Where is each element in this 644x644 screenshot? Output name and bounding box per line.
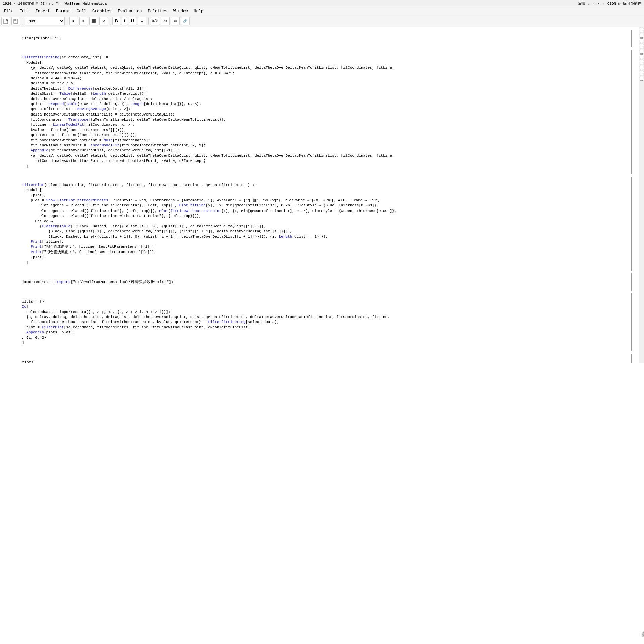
sidebar-bracket-9[interactable]	[640, 71, 643, 75]
new-notebook-button[interactable]	[1, 17, 10, 25]
title-controls[interactable]: 编辑 ↓ ✓ × ↗ CSDN @ 练习员的你	[578, 1, 641, 6]
menu-cell[interactable]: Cell	[74, 8, 89, 14]
cell-label-clear	[7, 30, 22, 47]
menu-edit[interactable]: Edit	[17, 8, 32, 14]
cell-bracket-1[interactable]	[629, 50, 632, 174]
sidebar-bracket-2[interactable]	[640, 33, 643, 38]
special-char-button[interactable]	[171, 17, 180, 25]
sidebar-bracket-8[interactable]	[640, 65, 643, 70]
italic-button[interactable]: I	[122, 17, 127, 25]
sidebar-bracket-5[interactable]	[640, 49, 643, 54]
menu-format[interactable]: Format	[53, 8, 73, 14]
bold-button[interactable]: B	[112, 17, 120, 25]
menu-bar: File Edit Insert Format Cell Graphics Ev…	[0, 7, 644, 15]
print-select[interactable]: Print Display Input	[25, 17, 65, 25]
cell-filterfitlineting-def: FilterfitLineting[selectedData_List] := …	[7, 50, 632, 174]
sidebar-bracket-4[interactable]	[640, 44, 643, 48]
menu-graphics[interactable]: Graphics	[90, 8, 114, 14]
menu-evaluation[interactable]: Evaluation	[115, 8, 144, 14]
kernel-button[interactable]: ⚙	[99, 17, 108, 25]
cell-content-import[interactable]: importedData = Import["D:\\WolframMathem…	[22, 273, 628, 291]
check-icon[interactable]: ✓	[593, 1, 595, 6]
cell-plots: plots	[7, 354, 632, 363]
main-area: Clear["Global`*"] FilterfitLineting[sele…	[0, 27, 644, 363]
cell-content-doloop[interactable]: plots = {}; Do[ selectedData = importedD…	[22, 293, 628, 351]
cell-doloop: plots = {}; Do[ selectedData = importedD…	[7, 293, 632, 351]
underline-button[interactable]: U	[129, 17, 136, 25]
cell-clear: Clear["Global`*"]	[7, 30, 632, 47]
title-bar: 1920 × 1080文处理 (3).nb * - Wolfram Mathem…	[0, 0, 644, 7]
cell-content-plots[interactable]: plots	[22, 354, 628, 363]
run-button[interactable]: ▶	[69, 17, 78, 25]
toolbar-sep-1	[22, 18, 22, 25]
svg-rect-3	[14, 19, 16, 21]
abort-button[interactable]: ⬛	[89, 17, 98, 25]
cell-content-2[interactable]: FilterPlot[selectedData_List, fitCoordin…	[22, 177, 628, 271]
toolbar: Print Display Input ▶ ▷ ⬛ ⚙ B I U ≡ a/b …	[0, 15, 644, 27]
link-button[interactable]: 🔗	[181, 17, 190, 25]
toolbar-sep-4	[148, 18, 149, 25]
close-icon[interactable]: ×	[598, 2, 600, 6]
cell-content-1[interactable]: FilterfitLineting[selectedData_List] := …	[22, 50, 628, 174]
cell-label-2	[7, 177, 22, 271]
sidebar-bracket-3[interactable]	[640, 38, 643, 43]
cell-bracket-5[interactable]	[629, 354, 632, 363]
menu-help[interactable]: Help	[191, 8, 206, 14]
superscript-button[interactable]: xn	[161, 17, 170, 25]
fraction-button[interactable]: a/b	[151, 17, 159, 25]
cell-import: importedData = Import["D:\\WolframMathem…	[7, 273, 632, 291]
cell-content-clear[interactable]: Clear["Global`*"]	[22, 30, 628, 47]
run-cell-button[interactable]: ▷	[79, 17, 88, 25]
cell-label-4	[7, 293, 22, 351]
menu-insert[interactable]: Insert	[33, 8, 53, 14]
cell-bracket-clear[interactable]	[629, 30, 632, 47]
menu-file[interactable]: File	[1, 8, 16, 14]
cell-label-5	[7, 354, 22, 363]
svg-marker-1	[6, 19, 8, 21]
edit-label: 编辑	[578, 1, 585, 6]
sidebar-bracket-10[interactable]	[640, 76, 643, 81]
cell-bracket-3[interactable]	[629, 273, 632, 291]
window-title: 1920 × 1080文处理 (3).nb * - Wolfram Mathem…	[3, 1, 107, 6]
cell-bracket-2[interactable]	[629, 177, 632, 271]
toolbar-sep-3	[110, 18, 110, 25]
toolbar-sep-2	[67, 18, 67, 25]
cell-bracket-4[interactable]	[629, 293, 632, 351]
download-icon[interactable]: ↓	[588, 2, 590, 6]
sidebar-bracket-7[interactable]	[640, 60, 643, 64]
maximize-icon[interactable]: ↗	[602, 1, 605, 6]
menu-palettes[interactable]: Palettes	[145, 8, 170, 14]
user-label: CSDN @ 练习员的你	[607, 1, 641, 6]
list-button[interactable]: ≡	[138, 17, 146, 25]
right-sidebar: 75%	[639, 27, 644, 363]
cell-filterplot-def: FilterPlot[selectedData_List, fitCoordin…	[7, 177, 632, 271]
sidebar-bracket-6[interactable]	[640, 54, 643, 59]
cell-label-1	[7, 50, 22, 174]
save-button[interactable]	[11, 17, 20, 25]
svg-rect-0	[4, 19, 8, 24]
sidebar-bracket-1[interactable]	[640, 28, 643, 32]
notebook[interactable]: Clear["Global`*"] FilterfitLineting[sele…	[0, 27, 639, 363]
menu-window[interactable]: Window	[171, 8, 190, 14]
cell-label-3	[7, 273, 22, 291]
